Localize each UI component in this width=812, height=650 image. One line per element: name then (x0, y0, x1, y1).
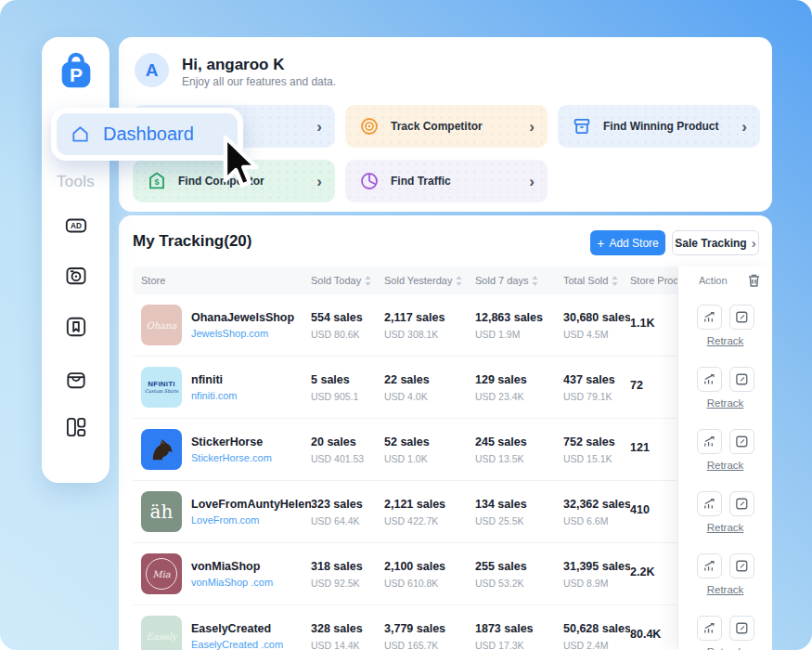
chevron-right-icon: › (752, 236, 756, 250)
edit-button[interactable] (729, 616, 754, 641)
column-total-sold[interactable]: Total Sold (563, 275, 630, 286)
sales-value: 3,779 sales (384, 622, 475, 635)
sidebar: P Tools AD (42, 37, 110, 483)
sales-value: 52 sales (384, 436, 475, 448)
edit-button[interactable] (729, 367, 754, 392)
products-count: 2.2K (630, 566, 677, 578)
store-domain-link[interactable]: JewelsShop.com (191, 328, 294, 339)
sales-value: 32,362 sales (563, 498, 630, 511)
table-body: Ohana OhanaJewelsShop JewelsShop.com 554… (133, 294, 677, 650)
store-meta: vonMiaShop vonMiaShop .com (191, 560, 273, 588)
feature-card-track-competitor[interactable]: Track Competitor › (345, 105, 548, 148)
usd-value: USD 165.7K (384, 640, 475, 650)
store-cell: Ohana OhanaJewelsShop JewelsShop.com (133, 305, 311, 345)
chevron-right-icon: › (316, 119, 322, 135)
column-sold-yesterday[interactable]: Sold Yesterday (384, 275, 475, 286)
store-domain-link[interactable]: EaselyCreated .com (191, 639, 283, 650)
my-tracking-card: My Tracking(20) + Add Store Sale Trackin… (119, 215, 772, 650)
sales-value: 437 sales (563, 373, 630, 386)
stats-button[interactable] (697, 553, 722, 578)
usd-value: USD 1.0K (384, 453, 475, 464)
store-meta: nfiniti nfiniti.com (191, 373, 238, 401)
camera-record-icon (64, 264, 88, 288)
store-name: StickerHorse (191, 436, 272, 448)
trash-icon (747, 273, 761, 288)
sidebar-item-apps[interactable] (62, 413, 90, 441)
sales-value: 2,121 sales (384, 498, 475, 511)
sales-value: 22 sales (384, 373, 475, 386)
sidebar-item-record[interactable] (62, 262, 90, 290)
column-sold-7-days[interactable]: Sold 7 days (475, 275, 563, 286)
column-label: Store Products (630, 275, 677, 286)
sidebar-item-dashboard[interactable]: Dashboard (57, 113, 238, 155)
feature-card-find-competitor[interactable]: $ Find Competitor › (133, 160, 335, 202)
usd-value: USD 610.8K (384, 578, 475, 589)
row-actions: Retrack (678, 543, 772, 605)
edit-button[interactable] (729, 429, 754, 454)
store-cell: äh LoveFromAuntyHelen LoveFrom.com (133, 491, 311, 532)
action-body: Retrack Retrack (678, 294, 772, 650)
feature-card-find-traffic[interactable]: Find Traffic › (345, 160, 548, 202)
app-logo-icon: P (55, 50, 97, 93)
store-cell: StickerHorse StickerHorse.com (133, 429, 311, 470)
products-count: 80.4K (630, 628, 677, 641)
stats-button[interactable] (697, 491, 722, 516)
store-domain-link[interactable]: LoveFrom.com (191, 514, 311, 526)
stats-button[interactable] (697, 429, 722, 454)
chart-icon (702, 310, 716, 324)
sale-tracking-button[interactable]: Sale Tracking › (672, 230, 759, 255)
sidebar-item-bookmarks[interactable] (62, 313, 90, 341)
store-domain-link[interactable]: nfiniti.com (191, 390, 238, 401)
store-products-cell: 2.2K (630, 566, 677, 583)
edit-button[interactable] (729, 553, 754, 578)
add-store-button[interactable]: + Add Store (590, 230, 665, 255)
sidebar-item-store[interactable] (62, 366, 90, 394)
user-avatar[interactable]: A (135, 53, 169, 87)
delete-button[interactable] (747, 273, 761, 288)
retrack-link[interactable]: Retrack (707, 397, 744, 409)
sold-yesterday-cell: 2,100 sales USD 610.8K (384, 560, 475, 589)
sales-value: 323 sales (311, 498, 384, 511)
total-sold-cell: 437 sales USD 79.1K (563, 373, 630, 402)
products-count: 72 (630, 379, 677, 392)
column-sold-today[interactable]: Sold Today (311, 275, 384, 286)
store-products-cell: 121 (630, 441, 677, 459)
chart-icon (702, 559, 716, 573)
total-sold-cell: 32,362 sales USD 6.6M (563, 498, 630, 526)
column-store-products[interactable]: Store Products (630, 275, 677, 286)
ad-icon: AD (64, 214, 88, 238)
retrack-link[interactable]: Retrack (707, 584, 744, 595)
store-avatar (141, 429, 182, 470)
sold-7-days-cell: 134 sales USD 25.5K (475, 498, 563, 526)
retrack-link[interactable]: Retrack (707, 335, 744, 346)
store-avatar-text: Easely (146, 631, 176, 642)
usd-value: USD 25.5K (475, 515, 563, 526)
retrack-link[interactable]: Retrack (707, 460, 744, 471)
usd-value: USD 23.4K (475, 391, 563, 402)
usd-value: USD 53.2K (475, 578, 563, 589)
edit-icon (735, 372, 749, 386)
sold-7-days-cell: 129 sales USD 23.4K (475, 373, 563, 402)
home-icon (70, 124, 91, 145)
sold-7-days-cell: 255 sales USD 53.2K (475, 560, 563, 589)
stats-button[interactable] (697, 367, 722, 392)
usd-value: USD 15.1K (563, 453, 630, 464)
feature-card-label: Find Winning Product (603, 120, 719, 133)
store-meta: LoveFromAuntyHelen LoveFrom.com (191, 498, 311, 526)
store-avatar: Mia (141, 553, 182, 594)
sold-7-days-cell: 1873 sales USD 17.3K (475, 622, 563, 650)
retrack-link[interactable]: Retrack (707, 646, 744, 650)
sales-value: 318 sales (311, 560, 384, 573)
stats-button[interactable] (697, 305, 722, 330)
edit-button[interactable] (729, 305, 754, 330)
feature-card-find-winning-product[interactable]: Find Winning Product › (558, 105, 760, 148)
sidebar-item-ads[interactable]: AD (62, 212, 90, 240)
sort-icon (612, 276, 618, 286)
store-domain-link[interactable]: vonMiaShop .com (191, 577, 273, 588)
sales-value: 20 sales (311, 436, 384, 448)
store-domain-link[interactable]: StickerHorse.com (191, 452, 272, 463)
stats-button[interactable] (697, 616, 722, 641)
retrack-link[interactable]: Retrack (707, 522, 744, 533)
products-count: 121 (630, 441, 677, 454)
edit-button[interactable] (729, 491, 754, 516)
